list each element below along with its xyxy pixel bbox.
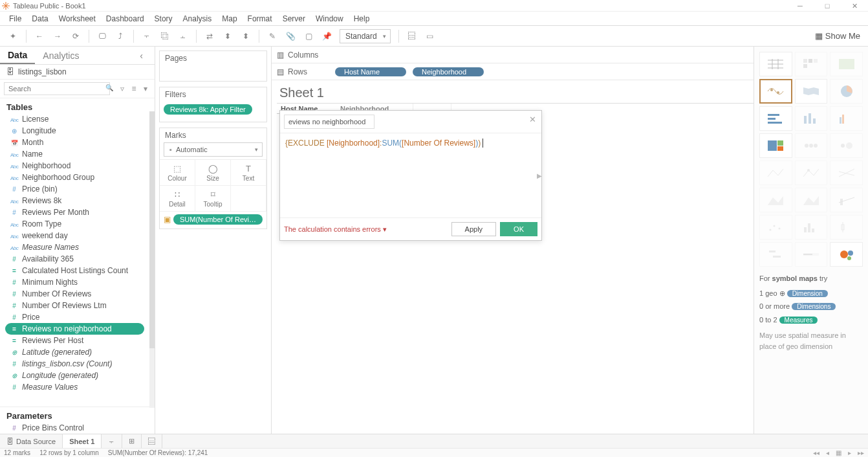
mark-size[interactable]: ◯Size [195,160,231,186]
sm-area-cont[interactable] [759,188,792,212]
parameter-item[interactable]: Price Bins Control [0,422,155,434]
sm-text-table[interactable] [759,52,792,76]
calc-error-message[interactable]: The calculation contains errors ▾ [284,225,448,234]
pin-button[interactable]: 📌 [319,28,334,44]
sm-packed-bubbles[interactable] [830,242,863,267]
sm-stacked-bar[interactable] [795,106,828,131]
sm-dual-combo[interactable] [830,188,863,212]
save-button[interactable]: ⟳ [68,28,83,44]
marks-measure-pill[interactable]: SUM(Number Of Review.. [173,214,263,225]
calc-apply-button[interactable]: Apply [451,222,497,236]
menu-format[interactable]: Format [243,14,277,23]
pages-card[interactable]: Pages [159,50,267,82]
collapse-pane-icon[interactable]: ‹ [132,47,151,64]
field-item[interactable]: Reviews no neighborhood [5,323,144,335]
field-item[interactable]: Number Of Reviews Ltm [0,300,149,311]
field-item[interactable]: Latitude (generated) [0,346,149,358]
expand-icon[interactable]: ▶ [537,172,542,179]
swap-button[interactable]: ⇄ [202,28,217,44]
sm-side-bar[interactable] [830,106,863,131]
calc-ok-button[interactable]: OK [500,222,537,236]
marks-type-select[interactable]: Automatic [164,142,263,157]
cards-button[interactable]: ⿳ [404,28,420,44]
field-item[interactable]: listings_lisbon.csv (Count) [0,358,149,370]
tab-data[interactable]: Data [0,47,35,64]
rows-pill-neigh[interactable]: Neighborhood [413,67,484,76]
mark-detail[interactable]: ∷Detail [160,186,195,212]
mark-text[interactable]: TText [231,160,266,186]
status-filmstrip[interactable]: ▦ [836,449,841,456]
presentation-button[interactable]: ▭ [422,28,438,44]
field-item[interactable]: Availability 365 [0,253,149,265]
status-nav-first[interactable]: ◂◂ [813,449,819,456]
field-item[interactable]: License [0,113,149,125]
field-item[interactable]: weekend day [0,230,149,241]
mark-colour[interactable]: ⬚Colour [160,160,195,186]
field-item[interactable]: Month [0,137,149,148]
sm-gantt[interactable] [759,242,792,267]
field-item[interactable]: Reviews 8k [0,195,149,206]
labels-button[interactable]: ▢ [301,28,316,44]
sm-scatter[interactable] [759,215,792,240]
field-item[interactable]: Price (bin) [0,183,149,195]
clear-button[interactable]: ⫠ [175,28,191,44]
sort-desc-button[interactable]: ⬍ [238,28,254,44]
sm-treemap[interactable] [759,133,792,158]
sm-heatmap[interactable] [795,52,828,76]
fit-select[interactable]: Standard [340,29,391,43]
maximize-button[interactable]: □ [814,0,841,12]
menu-window[interactable]: Window [310,14,349,23]
auto-update-button[interactable]: ⤴ [113,28,128,44]
tab-sheet-1[interactable]: Sheet 1 [63,434,102,448]
filter-icon[interactable]: ▿ [117,84,127,93]
status-nav-last[interactable]: ▸▸ [858,449,864,456]
sm-hbar[interactable] [759,106,792,131]
minimize-button[interactable]: ─ [787,0,814,12]
menu-worksheet[interactable]: Worksheet [54,14,101,23]
sm-side-circle[interactable] [830,133,863,158]
status-nav-next[interactable]: ▸ [848,449,851,456]
sm-line-disc[interactable] [795,161,828,185]
tab-data-source[interactable]: 🗄 Data Source [0,434,63,448]
new-dashboard-tab[interactable]: ⊞ [122,434,142,448]
sort-asc-button[interactable]: ⬍ [220,28,235,44]
new-worksheet-tab[interactable]: ⫟ [102,434,122,448]
scrollbar[interactable] [149,111,155,408]
field-item[interactable]: Longitude (generated) [0,370,149,381]
close-window-button[interactable]: ✕ [841,0,868,12]
sm-symbol-map[interactable] [759,79,792,104]
menu-file[interactable]: File [4,14,27,23]
calc-formula-textarea[interactable]: {EXCLUDE [Neighborhood]:SUM([Number Of R… [280,133,541,217]
sm-line-cont[interactable] [759,161,792,185]
menu-icon[interactable]: ▾ [140,84,151,93]
menu-map[interactable]: Map [217,14,242,23]
duplicate-button[interactable]: ⿻ [157,28,173,44]
tableau-icon[interactable]: ✦ [5,28,21,44]
menu-help[interactable]: Help [349,14,375,23]
sm-histogram[interactable] [795,215,828,240]
field-item[interactable]: Measure Values [0,381,149,393]
new-worksheet-button[interactable]: ⫟ [139,28,155,44]
menu-story[interactable]: Story [149,14,178,23]
forward-button[interactable]: → [50,28,65,44]
show-me-toggle[interactable]: ▦ Show Me [815,31,860,41]
rows-shelf[interactable]: ▤ Rows Host Name Neighborhood [272,63,754,80]
field-item[interactable]: Reviews Per Host [0,335,149,346]
sm-pie[interactable] [830,79,863,104]
calc-close-button[interactable]: ✕ [529,115,536,124]
field-item[interactable]: Reviews Per Month [0,206,149,218]
sheet-title[interactable]: Sheet 1 [272,80,754,103]
tab-analytics[interactable]: Analytics [35,47,87,64]
highlight-button[interactable]: ✎ [265,28,280,44]
group-button[interactable]: 📎 [283,28,298,44]
back-button[interactable]: ← [32,28,47,44]
status-nav-prev[interactable]: ◂ [826,449,829,456]
sm-filled-map[interactable] [795,79,828,104]
sm-area-disc[interactable] [795,188,828,212]
field-item[interactable]: Number Of Reviews [0,288,149,300]
new-datasource-button[interactable]: 🖵 [94,28,110,44]
sm-bullet[interactable] [795,242,828,267]
field-item[interactable]: Measure Names [0,241,149,253]
field-item[interactable]: Name [0,148,149,160]
sm-circle-views[interactable] [795,133,828,158]
